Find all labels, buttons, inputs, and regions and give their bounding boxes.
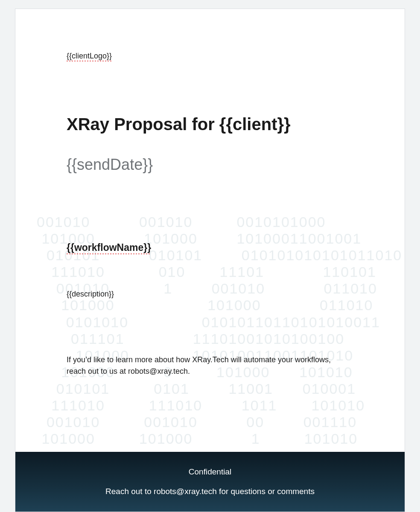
client-logo-placeholder: {{clientLogo}} [67, 52, 112, 61]
workflow-name: {{workflowName}} [67, 242, 151, 253]
proposal-title: XRay Proposal for {{client}} [67, 114, 353, 134]
document-page: 001010 001010 0010101000 101000 101000 1… [15, 9, 405, 512]
footer-confidential: Confidential [15, 467, 405, 477]
send-date: {{sendDate}} [67, 156, 353, 174]
page-footer: Confidential Reach out to robots@xray.te… [15, 452, 405, 512]
document-content: {{clientLogo}} XRay Proposal for {{clien… [15, 9, 405, 377]
cta-text: If you’d like to learn more about how XR… [67, 354, 340, 377]
footer-contact: Reach out to robots@xray.tech for questi… [15, 487, 405, 496]
description-placeholder: {{description}} [67, 290, 353, 299]
